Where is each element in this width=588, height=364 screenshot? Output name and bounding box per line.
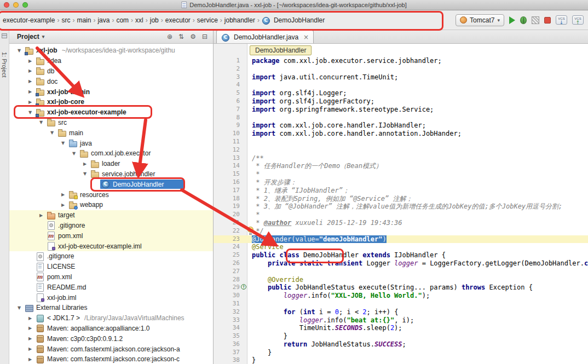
tree-item-maven-com-fasterxml-jackson-core-jackson-c[interactable]: ▶Maven: com.fasterxml.jackson.core:jacks… <box>9 354 213 364</box>
disclosure-expanded-icon[interactable]: ▼ <box>37 120 45 125</box>
code-line-31[interactable]: 31 <box>214 300 588 308</box>
code-line-14[interactable]: 14 * 任务Handler的一个Demo（Bean模式） <box>214 162 588 170</box>
gutter-line-number[interactable]: 2 <box>214 65 247 73</box>
coverage-button[interactable] <box>532 16 539 24</box>
disclosure-expanded-icon[interactable]: ▼ <box>48 130 56 135</box>
gutter-line-number[interactable]: 4 <box>214 81 247 89</box>
gutter-line-number[interactable]: 1 <box>214 57 247 65</box>
tree-item-pom-xml[interactable]: mpom.xml <box>9 272 213 282</box>
code-line-12[interactable]: 12 <box>214 146 588 154</box>
disclosure-expanded-icon[interactable]: ▼ <box>15 48 24 53</box>
minimize-window-icon[interactable] <box>13 2 19 8</box>
code-line-26[interactable]: 26 private static transient Logger logge… <box>214 259 588 268</box>
disclosure-collapsed-icon[interactable]: ▶ <box>26 79 34 84</box>
tree-item-db[interactable]: ▶db <box>9 66 213 77</box>
maximize-window-icon[interactable] <box>22 2 28 8</box>
gutter-line-number[interactable]: 32 <box>214 308 247 316</box>
breadcrumb-java[interactable]: java <box>96 15 111 25</box>
gutter-line-number[interactable]: 17 <box>214 187 247 195</box>
tree-item-maven-com-fasterxml-jackson-core-jackson-a[interactable]: ▶Maven: com.fasterxml.jackson.core:jacks… <box>9 344 213 354</box>
tree-item-gitignore[interactable]: .gitignore <box>9 221 213 231</box>
disclosure-collapsed-icon[interactable]: ▶ <box>59 192 67 197</box>
disclosure-collapsed-icon[interactable]: ▶ <box>59 203 67 207</box>
debug-button[interactable] <box>520 16 527 24</box>
editor-breadcrumb-tag[interactable]: DemoJobHandler <box>250 45 312 55</box>
tree-item-maven-aopalliance-aopalliance-1-0[interactable]: ▶Maven: aopalliance:aopalliance:1.0 <box>9 323 213 334</box>
close-tab-icon[interactable]: × <box>303 33 309 41</box>
tree-item-target[interactable]: ▶target <box>9 210 213 221</box>
code-line-37[interactable]: 37 } <box>214 349 588 357</box>
disclosure-collapsed-icon[interactable]: ▶ <box>26 68 34 73</box>
tree-item-service-jobhandler[interactable]: ▼service.jobhandler <box>9 169 213 180</box>
gutter-line-number[interactable]: 6 <box>214 97 247 106</box>
code-line-38[interactable]: 38} <box>214 356 588 364</box>
breadcrumb-jobhandler[interactable]: jobhandler <box>223 15 257 25</box>
breadcrumb-executor-example[interactable]: executor-example <box>1 15 56 25</box>
disclosure-collapsed-icon[interactable]: ▶ <box>26 357 34 362</box>
disclosure-collapsed-icon[interactable]: ▶ <box>80 161 89 166</box>
breadcrumb-com[interactable]: com <box>114 15 130 25</box>
project-view-select[interactable]: Project ▾ <box>17 33 44 41</box>
gutter-line-number[interactable]: 13 <box>214 154 247 163</box>
disclosure-expanded-icon[interactable]: ▼ <box>70 151 78 156</box>
gutter-line-number[interactable]: 38 <box>214 356 247 364</box>
run-configuration-select[interactable]: Tomcat7 ▾ <box>456 14 504 26</box>
tree-item-jdk1-7[interactable]: ▶< JDK1.7 >/Library/Java/JavaVirtualMach… <box>9 313 213 323</box>
tree-item-resources[interactable]: ▶resources <box>9 189 213 200</box>
tree-item-main[interactable]: ▼main <box>9 128 213 138</box>
code-line-27[interactable]: 27 <box>214 268 588 276</box>
gutter-line-number[interactable]: 33 <box>214 316 247 325</box>
code-line-24[interactable]: 24@Service <box>214 243 588 251</box>
gutter-line-number[interactable]: 34 <box>214 324 247 332</box>
gutter-line-number[interactable]: 31 <box>214 300 247 308</box>
close-window-icon[interactable] <box>4 2 9 8</box>
disclosure-collapsed-icon[interactable]: ▶ <box>26 326 34 331</box>
breadcrumb-service[interactable]: service <box>195 15 220 25</box>
code-line-30[interactable]: 30 logger.info("XXL-JOB, Hello World."); <box>214 292 588 300</box>
breadcrumb-src[interactable]: src <box>60 15 72 25</box>
code-line-17[interactable]: 17 * 1、继承 “IJobHandler”； <box>214 187 588 195</box>
code-line-28[interactable]: 28 @Override <box>214 276 588 284</box>
code-line-36[interactable]: 36 return JobHandleStatus.SUCCESS; <box>214 340 588 349</box>
code-line-33[interactable]: 33 logger.info("beat at:{}", i); <box>214 316 588 325</box>
tree-item-loader[interactable]: ▶loader <box>9 159 213 169</box>
stop-button[interactable] <box>544 17 551 24</box>
tree-item-xxl-job-core[interactable]: ▶xxl-job-core <box>9 97 213 107</box>
tree-item-xxl-job-executor-example-iml[interactable]: xxl-job-executor-example.iml <box>9 241 213 251</box>
tree-item-src[interactable]: ▼src <box>9 118 213 128</box>
locate-icon[interactable]: ⊕ <box>167 33 172 41</box>
breadcrumb-job[interactable]: job <box>148 15 160 25</box>
gutter-line-number[interactable]: 8 <box>214 114 247 122</box>
gutter-line-number[interactable]: 15 <box>214 170 247 178</box>
gutter-line-number[interactable]: 14 <box>214 162 247 170</box>
gutter-line-number[interactable]: 28 <box>214 276 247 284</box>
gutter-line-number[interactable]: 5 <box>214 89 247 97</box>
code-line-13[interactable]: 13/** <box>214 154 588 163</box>
tree-item-idea[interactable]: ▶.idea <box>9 56 213 66</box>
tree-item-webapp[interactable]: ▶webapp <box>9 200 213 210</box>
gutter-line-number[interactable]: 22 <box>214 227 247 235</box>
tree-item-xxl-job-executor-example[interactable]: ▼xxl-job-executor-example <box>9 107 213 118</box>
disclosure-expanded-icon[interactable]: ▼ <box>59 141 67 146</box>
tree-item-maven-c3p0-c3p0-0-9-1-2[interactable]: ▶Maven: c3p0:c3p0:0.9.1.2 <box>9 333 213 344</box>
code-line-29[interactable]: 29↑ public JobHandleStatus execute(Strin… <box>214 284 588 292</box>
code-line-6[interactable]: 6import org.slf4j.LoggerFactory; <box>214 97 588 106</box>
gutter-line-number[interactable]: 19 <box>214 203 247 211</box>
project-tree[interactable]: ▼xxl-job~/workspaces/idea-git-workspace/… <box>9 44 213 364</box>
code-line-16[interactable]: 16 * 开发步骤： <box>214 178 588 187</box>
gutter-line-number[interactable]: 26 <box>214 259 247 268</box>
breadcrumb-main[interactable]: main <box>75 15 93 25</box>
tree-item-readme-md[interactable]: README.md <box>9 282 213 292</box>
code-line-21[interactable]: 21 * @author xuxueli 2015-12-19 19:43:36 <box>214 219 588 227</box>
code-editor[interactable]: DemoJobHandler 1package com.xxl.job.exec… <box>214 44 588 364</box>
gutter-line-number[interactable]: 36 <box>214 340 247 349</box>
tree-item-license[interactable]: LICENSE <box>9 262 213 272</box>
gutter-line-number[interactable]: 16 <box>214 178 247 187</box>
code-line-3[interactable]: 3import java.util.concurrent.TimeUnit; <box>214 73 588 82</box>
tree-item-pom-xml[interactable]: mpom.xml <box>9 230 213 241</box>
tree-item-xxl-job-admin[interactable]: ▶xxl-job-admin <box>9 86 213 97</box>
code-line-5[interactable]: 5import org.slf4j.Logger; <box>214 89 588 97</box>
tree-item-xxl-job[interactable]: ▼xxl-job~/workspaces/idea-git-workspace/… <box>9 45 213 56</box>
gutter-line-number[interactable]: 7 <box>214 106 247 114</box>
gutter-line-number[interactable]: 12 <box>214 146 247 154</box>
